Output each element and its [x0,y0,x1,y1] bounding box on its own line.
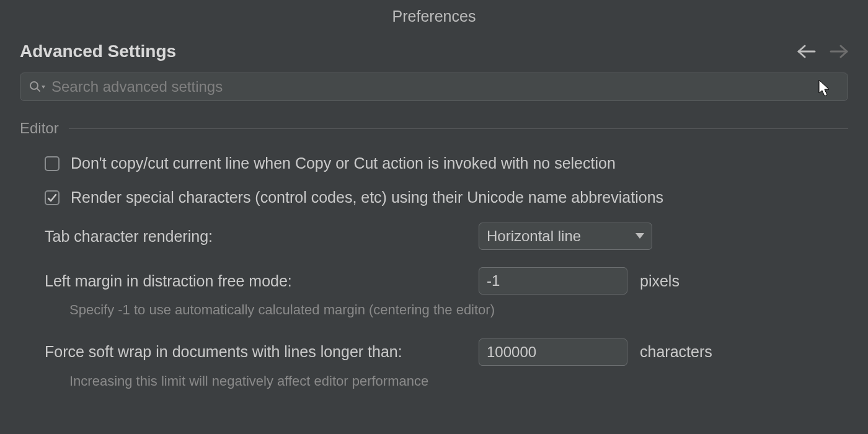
check-icon [47,193,57,203]
label-soft-wrap: Force soft wrap in documents with lines … [45,343,466,361]
nav-back-button[interactable] [797,45,817,58]
label-dont-copy-cut: Don't copy/cut current line when Copy or… [71,154,616,172]
search-input[interactable] [51,78,839,95]
label-tab-rendering: Tab character rendering: [45,228,466,246]
mouse-cursor-icon [818,79,832,102]
unit-pixels: pixels [640,272,680,290]
page-title: Advanced Settings [20,42,176,61]
hint-soft-wrap: Increasing this limit will negatively af… [20,372,503,391]
hint-left-margin: Specify -1 to use automatically calculat… [20,301,503,320]
label-render-special: Render special characters (control codes… [71,188,663,206]
label-left-margin: Left margin in distraction free mode: [45,272,466,290]
unit-characters: characters [640,343,712,361]
arrow-left-icon [797,45,817,58]
section-label-editor: Editor [20,120,59,137]
svg-line-3 [37,89,40,91]
svg-marker-5 [636,233,644,239]
dropdown-tab-rendering[interactable]: Horizontal line [479,223,652,250]
chevron-down-icon [636,233,644,239]
input-left-margin[interactable] [479,267,627,294]
arrow-right-icon [828,45,848,58]
search-box[interactable] [20,73,848,101]
divider [69,128,848,129]
dropdown-value: Horizontal line [487,228,581,245]
svg-point-2 [30,82,38,89]
svg-marker-4 [42,86,45,89]
nav-forward-button[interactable] [828,45,848,58]
checkbox-render-special[interactable] [45,190,60,205]
svg-marker-6 [819,80,829,96]
search-icon [29,81,45,93]
window-title: Preferences [0,0,868,30]
checkbox-dont-copy-cut[interactable] [45,156,60,171]
input-soft-wrap[interactable] [479,339,627,366]
